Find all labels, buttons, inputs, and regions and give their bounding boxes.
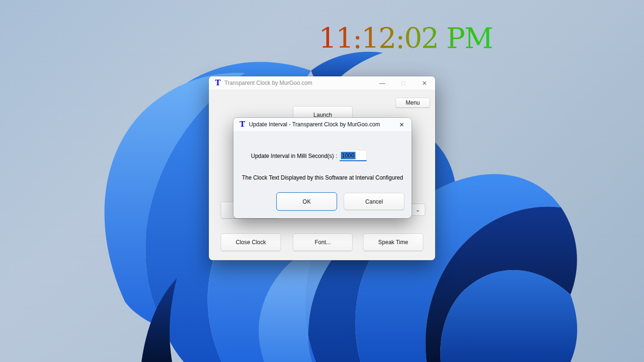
maximize-icon: □: [393, 76, 414, 90]
selected-text: 1000: [341, 152, 355, 159]
dialog-titlebar[interactable]: T Update Interval - Transparent Clock by…: [233, 118, 412, 131]
update-interval-dialog: T Update Interval - Transparent Clock by…: [233, 118, 412, 218]
speak-time-button[interactable]: Speak Time: [363, 233, 423, 251]
app-icon: T: [215, 79, 221, 87]
chevron-down-icon: ⌄: [415, 206, 420, 213]
menu-button[interactable]: Menu: [396, 98, 430, 108]
close-icon[interactable]: ✕: [414, 76, 435, 90]
ok-button[interactable]: OK: [276, 192, 337, 211]
font-button[interactable]: Font...: [293, 233, 353, 251]
main-window-title: Transparent Clock by MurGoo.com: [224, 80, 312, 86]
minimize-icon[interactable]: —: [372, 76, 393, 90]
close-icon[interactable]: ✕: [392, 118, 412, 131]
cancel-button[interactable]: Cancel: [344, 193, 405, 210]
clock-display[interactable]: 11:12:02 PM: [319, 22, 492, 55]
interval-label: Update Interval in Milli Second(s) :: [233, 153, 337, 159]
interval-input[interactable]: 1000: [339, 150, 367, 161]
dialog-title: Update Interval - Transparent Clock by M…: [249, 121, 380, 128]
main-titlebar[interactable]: T Transparent Clock by MurGoo.com — □ ✕: [209, 76, 435, 90]
dialog-description: The Clock Text Displayed by this Softwar…: [233, 174, 412, 181]
app-icon: T: [239, 121, 245, 128]
close-clock-button[interactable]: Close Clock: [221, 233, 281, 251]
desktop: 11:12:02 PM T Transparent Clock by MurGo…: [0, 0, 644, 362]
